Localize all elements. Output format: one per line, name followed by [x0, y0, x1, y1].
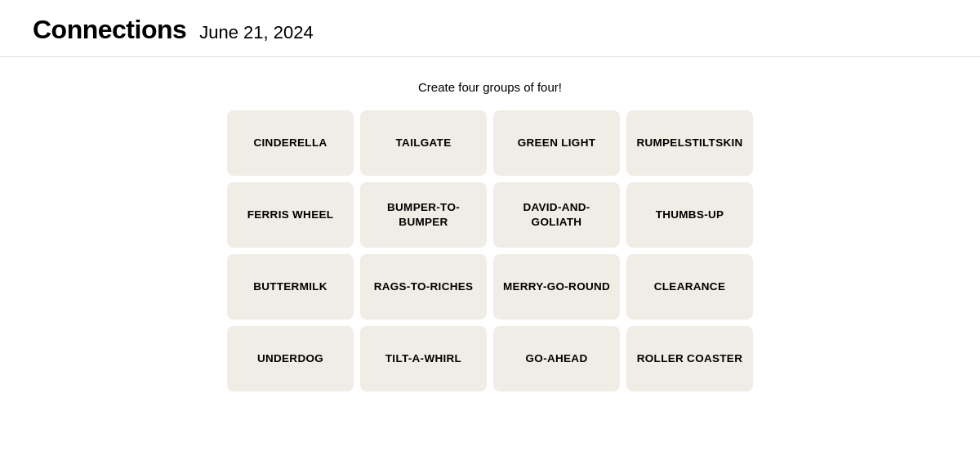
tile-underdog[interactable]: UNDERDOG: [227, 326, 354, 391]
page-date: June 21, 2024: [199, 22, 313, 43]
tile-label-tailgate: TAILGATE: [396, 136, 452, 150]
tile-label-clearance: CLEARANCE: [654, 279, 725, 294]
tile-label-ferris-wheel: FERRIS WHEEL: [247, 208, 334, 222]
tile-david-and-goliath[interactable]: DAVID-AND-GOLIATH: [493, 182, 620, 248]
tile-label-go-ahead: GO-AHEAD: [526, 351, 588, 366]
tile-merry-go-round[interactable]: MERRY-GO-ROUND: [493, 254, 620, 320]
tile-ferris-wheel[interactable]: FERRIS WHEEL: [227, 182, 354, 248]
main-content: Create four groups of four! CINDERELLATA…: [0, 57, 980, 391]
tile-rags-to-riches[interactable]: RAGS-TO-RICHES: [360, 254, 487, 320]
tile-label-tilt-a-whirl: TILT-A-WHIRL: [385, 351, 461, 366]
tile-label-buttermilk: BUTTERMILK: [253, 279, 327, 294]
tile-rumpelstiltskin[interactable]: RUMPELSTILTSKIN: [626, 110, 753, 176]
subtitle: Create four groups of four!: [418, 80, 562, 94]
tile-tailgate[interactable]: TAILGATE: [360, 110, 487, 176]
tile-label-cinderella: CINDERELLA: [254, 136, 327, 150]
page-title: Connections: [33, 15, 186, 45]
puzzle-grid: CINDERELLATAILGATEGREEN LIGHTRUMPELSTILT…: [227, 110, 753, 391]
tile-tilt-a-whirl[interactable]: TILT-A-WHIRL: [360, 326, 487, 391]
tile-label-david-and-goliath: DAVID-AND-GOLIATH: [500, 200, 613, 229]
tile-clearance[interactable]: CLEARANCE: [626, 254, 753, 320]
tile-green-light[interactable]: GREEN LIGHT: [493, 110, 620, 176]
tile-cinderella[interactable]: CINDERELLA: [227, 110, 354, 176]
tile-roller-coaster[interactable]: ROLLER COASTER: [626, 326, 753, 391]
tile-label-roller-coaster: ROLLER COASTER: [637, 351, 742, 366]
tile-label-merry-go-round: MERRY-GO-ROUND: [503, 279, 610, 294]
tile-thumbs-up[interactable]: THUMBS-UP: [626, 182, 753, 248]
page-header: Connections June 21, 2024: [0, 0, 980, 57]
tile-label-underdog: UNDERDOG: [257, 351, 323, 366]
tile-label-thumbs-up: THUMBS-UP: [656, 208, 724, 222]
tile-label-green-light: GREEN LIGHT: [518, 136, 596, 150]
tile-buttermilk[interactable]: BUTTERMILK: [227, 254, 354, 320]
tile-go-ahead[interactable]: GO-AHEAD: [493, 326, 620, 391]
tile-bumper-to-bumper[interactable]: BUMPER-TO-BUMPER: [360, 182, 487, 248]
tile-label-bumper-to-bumper: BUMPER-TO-BUMPER: [367, 200, 480, 229]
tile-label-rumpelstiltskin: RUMPELSTILTSKIN: [636, 136, 742, 150]
tile-label-rags-to-riches: RAGS-TO-RICHES: [374, 279, 474, 294]
